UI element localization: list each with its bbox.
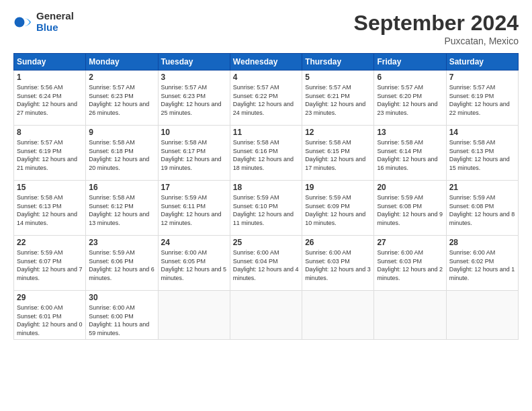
day-info: Sunrise: 6:00 AMSunset: 6:01 PMDaylight:… [17,304,83,337]
day-info: Sunrise: 5:57 AMSunset: 6:19 PMDaylight:… [17,138,83,172]
day-number: 28 [449,238,515,247]
table-row: 8Sunrise: 5:57 AMSunset: 6:19 PMDaylight… [14,126,86,181]
calendar-week-row: 1Sunrise: 5:56 AMSunset: 6:24 PMDaylight… [14,71,519,126]
day-number: 21 [449,183,515,192]
day-number: 12 [305,128,371,137]
col-saturday: Saturday [446,54,518,71]
day-info: Sunrise: 5:58 AMSunset: 6:16 PMDaylight:… [233,138,299,172]
col-wednesday: Wednesday [230,54,302,71]
table-row: 7Sunrise: 5:57 AMSunset: 6:19 PMDaylight… [446,71,518,126]
day-number: 29 [17,293,83,302]
day-info: Sunrise: 5:59 AMSunset: 6:06 PMDaylight:… [89,248,154,282]
day-info: Sunrise: 5:58 AMSunset: 6:18 PMDaylight:… [89,138,154,172]
col-monday: Monday [86,54,158,71]
day-info: Sunrise: 5:58 AMSunset: 6:13 PMDaylight:… [17,193,83,227]
day-number: 6 [377,73,443,82]
day-info: Sunrise: 5:59 AMSunset: 6:09 PMDaylight:… [305,193,371,227]
page-header: General Blue September 2024 Puxcatan, Me… [13,11,519,46]
logo-text: General Blue [36,11,74,33]
logo: General Blue [13,11,74,33]
table-row: 2Sunrise: 5:57 AMSunset: 6:23 PMDaylight… [86,71,158,126]
calendar-week-row: 15Sunrise: 5:58 AMSunset: 6:13 PMDayligh… [14,181,519,236]
table-row: 5Sunrise: 5:57 AMSunset: 6:21 PMDaylight… [302,71,374,126]
table-row [446,291,518,340]
logo-blue: Blue [36,22,74,34]
day-number: 7 [449,73,515,82]
location: Puxcatan, Mexico [354,36,519,46]
day-info: Sunrise: 5:59 AMSunset: 6:07 PMDaylight:… [17,248,83,282]
day-info: Sunrise: 5:57 AMSunset: 6:23 PMDaylight:… [89,83,154,117]
table-row: 22Sunrise: 5:59 AMSunset: 6:07 PMDayligh… [14,236,86,291]
calendar-table: Sunday Monday Tuesday Wednesday Thursday… [13,53,519,340]
table-row: 14Sunrise: 5:58 AMSunset: 6:13 PMDayligh… [446,126,518,181]
table-row: 15Sunrise: 5:58 AMSunset: 6:13 PMDayligh… [14,181,86,236]
table-row: 20Sunrise: 5:59 AMSunset: 6:08 PMDayligh… [374,181,446,236]
table-row: 24Sunrise: 6:00 AMSunset: 6:05 PMDayligh… [158,236,230,291]
table-row: 21Sunrise: 5:59 AMSunset: 6:08 PMDayligh… [446,181,518,236]
table-row: 26Sunrise: 6:00 AMSunset: 6:03 PMDayligh… [302,236,374,291]
day-number: 27 [377,238,443,247]
day-number: 25 [233,238,299,247]
col-thursday: Thursday [302,54,374,71]
table-row: 4Sunrise: 5:57 AMSunset: 6:22 PMDaylight… [230,71,302,126]
day-number: 3 [161,73,227,82]
day-number: 13 [377,128,443,137]
day-number: 26 [305,238,371,247]
calendar-week-row: 22Sunrise: 5:59 AMSunset: 6:07 PMDayligh… [14,236,519,291]
day-number: 11 [233,128,299,137]
calendar-week-row: 29Sunrise: 6:00 AMSunset: 6:01 PMDayligh… [14,291,519,340]
table-row: 25Sunrise: 6:00 AMSunset: 6:04 PMDayligh… [230,236,302,291]
day-info: Sunrise: 6:00 AMSunset: 6:00 PMDaylight:… [89,304,154,337]
day-info: Sunrise: 5:58 AMSunset: 6:12 PMDaylight:… [89,193,154,227]
table-row: 9Sunrise: 5:58 AMSunset: 6:18 PMDaylight… [86,126,158,181]
day-number: 5 [305,73,371,82]
day-number: 16 [89,183,154,192]
day-info: Sunrise: 5:59 AMSunset: 6:10 PMDaylight:… [233,193,299,227]
day-info: Sunrise: 5:58 AMSunset: 6:14 PMDaylight:… [377,138,443,172]
table-row: 1Sunrise: 5:56 AMSunset: 6:24 PMDaylight… [14,71,86,126]
day-info: Sunrise: 5:57 AMSunset: 6:22 PMDaylight:… [233,83,299,117]
day-info: Sunrise: 6:00 AMSunset: 6:05 PMDaylight:… [161,248,227,282]
day-info: Sunrise: 5:57 AMSunset: 6:21 PMDaylight:… [305,83,371,117]
day-info: Sunrise: 5:58 AMSunset: 6:17 PMDaylight:… [161,138,227,172]
day-number: 4 [233,73,299,82]
day-info: Sunrise: 5:56 AMSunset: 6:24 PMDaylight:… [17,83,83,117]
day-number: 20 [377,183,443,192]
day-info: Sunrise: 5:58 AMSunset: 6:13 PMDaylight:… [449,138,515,172]
table-row [302,291,374,340]
table-row: 10Sunrise: 5:58 AMSunset: 6:17 PMDayligh… [158,126,230,181]
day-info: Sunrise: 5:59 AMSunset: 6:08 PMDaylight:… [449,193,515,227]
table-row: 11Sunrise: 5:58 AMSunset: 6:16 PMDayligh… [230,126,302,181]
day-info: Sunrise: 6:00 AMSunset: 6:03 PMDaylight:… [305,248,371,282]
calendar-week-row: 8Sunrise: 5:57 AMSunset: 6:19 PMDaylight… [14,126,519,181]
month-title: September 2024 [354,11,519,36]
day-number: 8 [17,128,83,137]
svg-point-0 [15,17,25,27]
day-info: Sunrise: 5:59 AMSunset: 6:08 PMDaylight:… [377,193,443,227]
calendar-page: General Blue September 2024 Puxcatan, Me… [0,0,532,411]
table-row: 18Sunrise: 5:59 AMSunset: 6:10 PMDayligh… [230,181,302,236]
day-info: Sunrise: 5:58 AMSunset: 6:15 PMDaylight:… [305,138,371,172]
day-number: 2 [89,73,154,82]
day-number: 19 [305,183,371,192]
day-number: 30 [89,293,154,302]
table-row [230,291,302,340]
day-number: 24 [161,238,227,247]
table-row [374,291,446,340]
day-number: 9 [89,128,154,137]
day-info: Sunrise: 6:00 AMSunset: 6:04 PMDaylight:… [233,248,299,282]
table-row: 17Sunrise: 5:59 AMSunset: 6:11 PMDayligh… [158,181,230,236]
day-info: Sunrise: 5:57 AMSunset: 6:20 PMDaylight:… [377,83,443,117]
day-number: 1 [17,73,83,82]
table-row: 23Sunrise: 5:59 AMSunset: 6:06 PMDayligh… [86,236,158,291]
day-number: 23 [89,238,154,247]
day-number: 17 [161,183,227,192]
col-friday: Friday [374,54,446,71]
day-number: 22 [17,238,83,247]
table-row: 30Sunrise: 6:00 AMSunset: 6:00 PMDayligh… [86,291,158,340]
day-info: Sunrise: 5:57 AMSunset: 6:19 PMDaylight:… [449,83,515,117]
table-row: 28Sunrise: 6:00 AMSunset: 6:02 PMDayligh… [446,236,518,291]
title-area: September 2024 Puxcatan, Mexico [354,11,519,46]
calendar-header-row: Sunday Monday Tuesday Wednesday Thursday… [14,54,519,71]
day-number: 18 [233,183,299,192]
